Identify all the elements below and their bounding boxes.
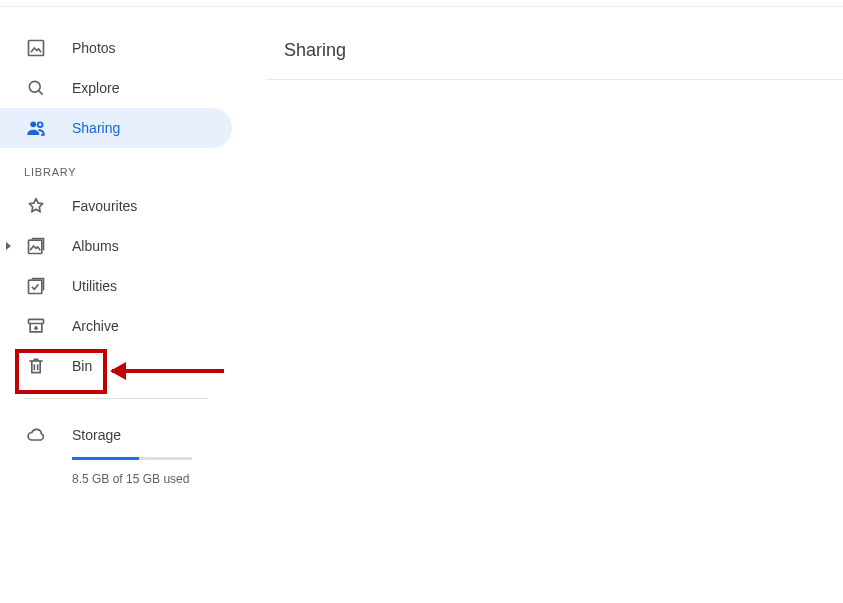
photo-icon bbox=[24, 36, 48, 60]
nav-label: Utilities bbox=[72, 278, 117, 294]
nav-label: Albums bbox=[72, 238, 119, 254]
nav-item-storage[interactable]: Storage bbox=[24, 415, 208, 455]
svg-line-2 bbox=[39, 91, 43, 95]
nav-label: Bin bbox=[72, 358, 92, 374]
nav-label: Favourites bbox=[72, 198, 137, 214]
people-icon bbox=[24, 116, 48, 140]
expand-caret-icon[interactable] bbox=[6, 242, 11, 250]
storage-progress-bar bbox=[72, 457, 192, 460]
svg-rect-6 bbox=[29, 280, 42, 293]
storage-label: Storage bbox=[72, 427, 121, 443]
nav-label: Archive bbox=[72, 318, 119, 334]
nav-item-utilities[interactable]: Utilities bbox=[0, 266, 232, 306]
main-content: Sharing bbox=[266, 28, 843, 80]
utilities-icon bbox=[24, 274, 48, 298]
nav-label: Photos bbox=[72, 40, 116, 56]
svg-point-4 bbox=[38, 122, 43, 127]
page-title: Sharing bbox=[266, 28, 843, 79]
nav-item-bin[interactable]: Bin bbox=[0, 346, 232, 386]
nav-label: Explore bbox=[72, 80, 119, 96]
nav-item-archive[interactable]: Archive bbox=[0, 306, 232, 346]
cloud-icon bbox=[24, 423, 48, 447]
top-divider bbox=[0, 6, 843, 7]
svg-point-1 bbox=[29, 81, 40, 92]
title-divider bbox=[266, 79, 843, 80]
nav-item-favourites[interactable]: Favourites bbox=[0, 186, 232, 226]
nav-label: Sharing bbox=[72, 120, 120, 136]
storage-progress-fill bbox=[72, 457, 139, 460]
nav-item-albums[interactable]: Albums bbox=[0, 226, 232, 266]
svg-rect-7 bbox=[29, 319, 44, 323]
album-icon bbox=[24, 234, 48, 258]
nav-item-photos[interactable]: Photos bbox=[0, 28, 232, 68]
star-icon bbox=[24, 194, 48, 218]
search-icon bbox=[24, 76, 48, 100]
sidebar: Photos Explore Sharing LIBRARY Favourite… bbox=[0, 28, 232, 486]
sidebar-divider bbox=[24, 398, 208, 399]
archive-icon bbox=[24, 314, 48, 338]
trash-icon bbox=[24, 354, 48, 378]
svg-point-3 bbox=[30, 121, 36, 127]
nav-item-sharing[interactable]: Sharing bbox=[0, 108, 232, 148]
library-header: LIBRARY bbox=[0, 148, 232, 186]
nav-item-explore[interactable]: Explore bbox=[0, 68, 232, 108]
svg-rect-0 bbox=[29, 41, 44, 56]
storage-usage-text: 8.5 GB of 15 GB used bbox=[72, 472, 208, 486]
